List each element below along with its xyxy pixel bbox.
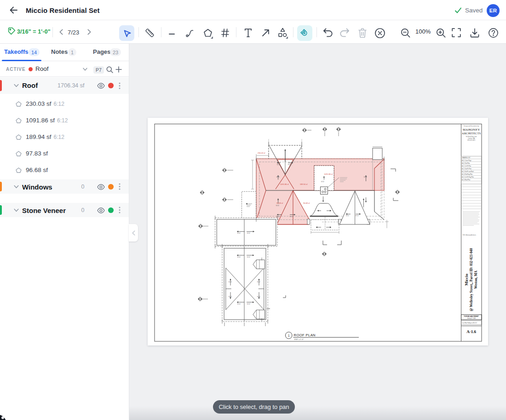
svg-text:Weston, MA: Weston, MA <box>474 270 478 289</box>
svg-text:ARCHITECTS: ARCHITECTS <box>462 132 481 135</box>
svg-text:1: 1 <box>288 334 290 337</box>
svg-text:6:12: 6:12 <box>237 232 241 234</box>
svg-text:230.03 sf: 230.03 sf <box>258 152 265 154</box>
svg-text:6:12: 6:12 <box>364 176 367 178</box>
svg-text:6:12: 6:12 <box>290 216 293 218</box>
svg-text:A-1.1 1st Flr Plan: A-1.1 1st Flr Plan <box>462 165 472 167</box>
svg-text:6:12: 6:12 <box>247 232 250 234</box>
svg-text:6:12: 6:12 <box>229 281 232 283</box>
svg-text:A-1.2 2nd Flr Plan: A-1.2 2nd Flr Plan <box>462 168 472 170</box>
svg-text:6:12: 6:12 <box>277 164 280 166</box>
svg-text:6:12: 6:12 <box>276 176 280 178</box>
svg-text:FOR BID AND PERMIT: FOR BID AND PERMIT <box>464 316 479 317</box>
svg-text:978-287-4871: 978-287-4871 <box>467 139 476 141</box>
svg-text:A-1.6: A-1.6 <box>466 329 476 334</box>
svg-text:6:12: 6:12 <box>237 303 241 305</box>
svg-text:6:12: 6:12 <box>229 296 232 298</box>
svg-text:A-1.3 3rd Flr and Roof: A-1.3 3rd Flr and Roof <box>462 171 474 173</box>
svg-text:96.68 sf: 96.68 sf <box>303 202 310 204</box>
svg-text:6:12: 6:12 <box>346 215 349 217</box>
svg-text:DRAWING LIST: DRAWING LIST <box>462 157 471 159</box>
svg-text:6:12: 6:12 <box>237 256 241 258</box>
svg-text:6:12: 6:12 <box>257 296 260 298</box>
svg-text:4:12: 4:12 <box>321 181 324 183</box>
svg-text:A-0.1 Cover Page: A-0.1 Cover Page <box>462 160 472 161</box>
svg-text:3/16" = 1'-0": 3/16" = 1'-0" <box>294 339 304 340</box>
svg-text:6:12: 6:12 <box>247 303 250 305</box>
svg-text:6:12: 6:12 <box>288 164 291 166</box>
svg-text:ROOF PLAN: ROOF PLAN <box>294 333 316 337</box>
svg-text:6:12: 6:12 <box>247 256 250 258</box>
svg-text:6:12: 6:12 <box>276 205 279 207</box>
svg-text:97.83 sf: 97.83 sf <box>276 202 283 204</box>
svg-text:6:12: 6:12 <box>276 216 280 218</box>
svg-text:Less Roof Valleys to 36-3'-0": Less Roof Valleys to 36-3'-0" <box>462 322 477 324</box>
svg-text:@ Wellesley Street,, Parcel ID: @ Wellesley Street,, Parcel ID: 032-021-… <box>469 248 473 311</box>
svg-text:January 9, 2006: January 9, 2006 <box>467 317 476 319</box>
svg-text:Miccio: Miccio <box>464 274 469 286</box>
svg-text:1091.86 sf: 1091.86 sf <box>324 173 334 175</box>
svg-text:6:12: 6:12 <box>257 281 260 283</box>
svg-text:6:12: 6:12 <box>356 215 359 217</box>
svg-text:A-1.5 1st Flr Fmg Plan: A-1.5 1st Flr Fmg Plan <box>462 176 474 178</box>
svg-text:1091.86 sf: 1091.86 sf <box>280 183 289 185</box>
svg-text:1976, Mahoney Architects: 1976, Mahoney Architects <box>462 234 477 236</box>
svg-text:189.94 sf: 189.94 sf <box>300 183 308 185</box>
svg-text:A-1.6 Roof Plan: A-1.6 Roof Plan <box>462 179 471 181</box>
svg-text:A-1.4 Fnd Fmg Plan: A-1.4 Fnd Fmg Plan <box>462 173 473 175</box>
svg-text:A-0.2 Site Plan: A-0.2 Site Plan <box>462 162 470 164</box>
svg-text:Design and Documents by: Design and Documents by <box>464 125 479 127</box>
